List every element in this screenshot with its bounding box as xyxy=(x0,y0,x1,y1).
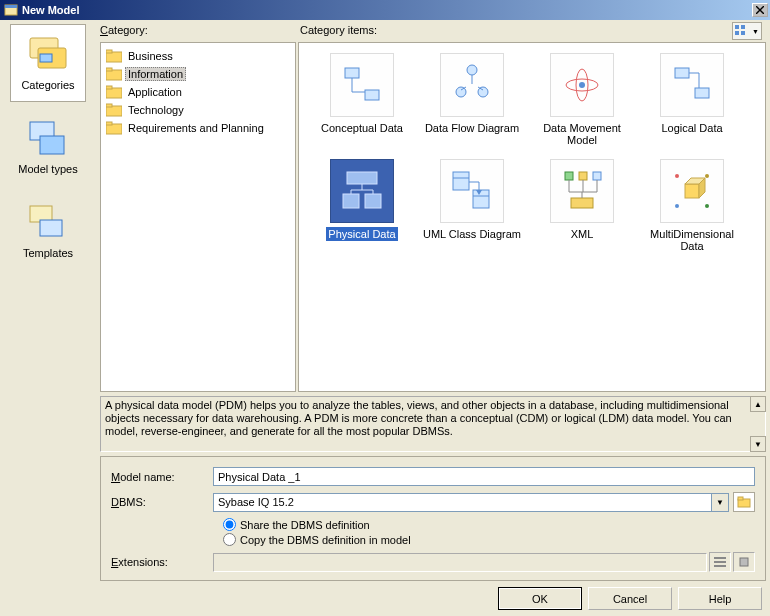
tree-item-information[interactable]: Information xyxy=(103,65,293,83)
view-options-button[interactable]: ▼ xyxy=(732,22,762,40)
dbms-label: DBMS: xyxy=(111,496,213,508)
category-item-label: Physical Data xyxy=(326,227,397,241)
radio-share-dbms[interactable]: Share the DBMS definition xyxy=(223,518,755,531)
left-nav-templates[interactable]: Templates xyxy=(10,192,86,270)
svg-rect-32 xyxy=(695,88,709,98)
svg-rect-42 xyxy=(579,172,587,180)
category-item-physical-data[interactable]: Physical Data xyxy=(308,159,416,259)
svg-rect-34 xyxy=(343,194,359,208)
scroll-down-button[interactable]: ▼ xyxy=(750,436,766,452)
extensions-clear-button[interactable] xyxy=(733,552,755,572)
category-item-conceptual-data[interactable]: Conceptual Data xyxy=(308,53,416,153)
folder-open-icon xyxy=(737,495,751,509)
category-label: Category: xyxy=(100,24,148,36)
model-form: Model name: DBMS: Sybase IQ 15.2 ▼ Share… xyxy=(100,456,766,581)
tree-item-label: Information xyxy=(125,67,186,81)
templates-icon xyxy=(24,203,72,243)
tree-item-technology[interactable]: Technology xyxy=(103,101,293,119)
tree-item-label: Business xyxy=(125,49,176,63)
window-close-button[interactable] xyxy=(752,3,768,17)
svg-rect-14 xyxy=(106,50,112,53)
svg-rect-23 xyxy=(345,68,359,78)
svg-rect-43 xyxy=(593,172,601,180)
extensions-label: Extensions: xyxy=(111,556,213,568)
svg-rect-45 xyxy=(685,184,699,198)
category-item-multidimensional-data[interactable]: MultiDimensional Data xyxy=(638,159,746,259)
svg-rect-55 xyxy=(714,561,726,563)
category-item-label: MultiDimensional Data xyxy=(638,227,746,253)
uml-class-diagram-icon xyxy=(440,159,504,223)
physical-data-icon xyxy=(330,159,394,223)
category-items-panel[interactable]: Conceptual DataData Flow DiagramData Mov… xyxy=(298,42,766,392)
svg-rect-8 xyxy=(40,220,62,236)
left-nav-label: Model types xyxy=(18,163,77,175)
help-button[interactable]: Help xyxy=(678,587,762,610)
ok-button[interactable]: OK xyxy=(498,587,582,610)
cancel-button[interactable]: Cancel xyxy=(588,587,672,610)
scroll-up-button[interactable]: ▲ xyxy=(750,396,766,412)
category-item-label: Data Movement Model xyxy=(528,121,636,147)
svg-rect-44 xyxy=(571,198,593,208)
model-name-input[interactable] xyxy=(213,467,755,486)
svg-rect-57 xyxy=(740,558,748,566)
logical-data-icon xyxy=(660,53,724,117)
left-nav-categories[interactable]: Categories xyxy=(10,24,86,102)
dbms-combobox[interactable]: Sybase IQ 15.2 ▼ xyxy=(213,493,729,512)
tree-item-application[interactable]: Application xyxy=(103,83,293,101)
category-tree[interactable]: BusinessInformationApplicationTechnology… xyxy=(100,42,296,392)
tree-item-requirements[interactable]: Requirements and Planning xyxy=(103,119,293,137)
list-icon xyxy=(714,556,726,568)
svg-rect-54 xyxy=(714,557,726,559)
svg-point-26 xyxy=(456,87,466,97)
category-item-data-flow-diagram[interactable]: Data Flow Diagram xyxy=(418,53,526,153)
radio-copy-dbms[interactable]: Copy the DBMS definition in model xyxy=(223,533,755,546)
category-item-logical-data[interactable]: Logical Data xyxy=(638,53,746,153)
category-items-label: Category items: xyxy=(300,24,377,36)
svg-rect-38 xyxy=(473,190,489,208)
svg-rect-24 xyxy=(365,90,379,100)
dbms-browse-button[interactable] xyxy=(733,492,755,512)
svg-rect-36 xyxy=(453,172,469,190)
extensions-select-button[interactable] xyxy=(709,552,731,572)
tree-item-business[interactable]: Business xyxy=(103,47,293,65)
extensions-input[interactable] xyxy=(213,553,707,572)
window-title: New Model xyxy=(22,4,752,16)
svg-rect-10 xyxy=(741,25,745,29)
conceptual-data-icon xyxy=(330,53,394,117)
radio-share-label: Share the DBMS definition xyxy=(240,519,370,531)
category-item-uml-class-diagram[interactable]: UML Class Diagram xyxy=(418,159,526,259)
category-item-xml[interactable]: XML xyxy=(528,159,636,259)
svg-rect-11 xyxy=(735,31,739,35)
dropdown-arrow-icon[interactable]: ▼ xyxy=(711,494,728,511)
svg-point-27 xyxy=(478,87,488,97)
svg-rect-4 xyxy=(40,54,52,62)
svg-rect-35 xyxy=(365,194,381,208)
category-item-label: XML xyxy=(569,227,596,241)
description-text: A physical data model (PDM) helps you to… xyxy=(105,399,732,437)
clear-icon xyxy=(738,556,750,568)
description-panel: A physical data model (PDM) helps you to… xyxy=(100,396,766,452)
svg-rect-20 xyxy=(106,104,112,107)
svg-rect-22 xyxy=(106,122,112,125)
tree-item-label: Requirements and Planning xyxy=(125,121,267,135)
dropdown-arrow-icon: ▼ xyxy=(752,28,759,35)
data-flow-diagram-icon xyxy=(440,53,504,117)
dbms-value: Sybase IQ 15.2 xyxy=(218,496,294,508)
category-item-data-movement-model[interactable]: Data Movement Model xyxy=(528,53,636,153)
svg-point-49 xyxy=(705,204,709,208)
svg-rect-1 xyxy=(5,5,17,8)
svg-rect-6 xyxy=(40,136,64,154)
svg-rect-33 xyxy=(347,172,377,184)
window-icon xyxy=(4,3,18,17)
svg-point-48 xyxy=(675,174,679,178)
svg-rect-16 xyxy=(106,68,112,71)
window-titlebar: New Model xyxy=(0,0,770,20)
radio-copy-label: Copy the DBMS definition in model xyxy=(240,534,411,546)
category-item-label: Logical Data xyxy=(659,121,724,135)
svg-point-51 xyxy=(705,174,709,178)
folder-icon xyxy=(105,120,123,136)
tree-item-label: Application xyxy=(125,85,185,99)
svg-rect-31 xyxy=(675,68,689,78)
folder-icon xyxy=(105,102,123,118)
left-nav-model-types[interactable]: Model types xyxy=(10,108,86,186)
